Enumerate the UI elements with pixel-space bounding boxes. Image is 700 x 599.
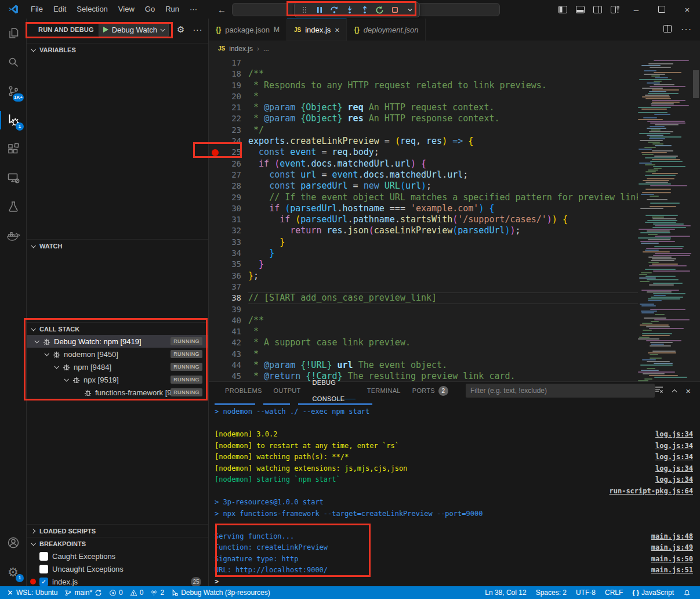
breakpoint-slot[interactable]	[209, 349, 222, 360]
activity-item-settings[interactable]: ⚙1	[0, 557, 26, 586]
gutter[interactable]: 41	[209, 326, 248, 337]
breakpoint-slot[interactable]	[209, 102, 222, 113]
status-branch-item[interactable]: main*	[61, 586, 106, 599]
code-text[interactable]: const url = event.docs.matchedUrl.url;	[248, 169, 638, 181]
breakpoint-slot[interactable]	[209, 315, 222, 326]
gutter[interactable]: 32	[209, 225, 248, 236]
breakpoint-slot[interactable]	[209, 169, 222, 181]
status-text-item[interactable]: UTF-8	[571, 589, 600, 597]
code-text[interactable]: * Responds to any HTTP request related t…	[248, 80, 638, 91]
gutter[interactable]: 30	[209, 203, 248, 214]
breakpoint-slot[interactable]	[209, 158, 222, 169]
gutter[interactable]: 19	[209, 80, 248, 91]
gutter[interactable]: 31	[209, 214, 248, 225]
menu-item-run[interactable]: Run	[160, 0, 184, 19]
toggle-sidebar-icon[interactable]	[554, 1, 571, 18]
section-breakpoints[interactable]: BREAKPOINTS	[27, 537, 208, 550]
code-text[interactable]: };	[248, 270, 638, 282]
gutter[interactable]: 38	[209, 293, 248, 304]
menu-item-edit[interactable]: Edit	[48, 0, 71, 19]
breakpoint-slot[interactable]	[209, 181, 222, 192]
checkbox[interactable]: ✓	[39, 578, 48, 586]
activity-item-search[interactable]	[0, 48, 26, 77]
source-link[interactable]: main.js:49	[651, 542, 693, 554]
code-text[interactable]: if (event.docs.matchedUrl.url) {	[248, 158, 638, 169]
minimize-button[interactable]: –	[623, 1, 649, 18]
breakpoint-slot[interactable]	[209, 192, 222, 203]
gutter[interactable]: 22	[209, 113, 248, 124]
status-remote-item[interactable]: WSL: Ubuntu	[2, 586, 61, 599]
scrollbar-thumb[interactable]	[693, 70, 699, 98]
gutter[interactable]: 39	[209, 304, 248, 315]
debug-console[interactable]: > nodemon --watch ./ --exec npm start[no…	[209, 399, 700, 586]
breakpoint-slot[interactable]	[209, 225, 222, 236]
tab-deployment.json[interactable]: {}deployment.json	[347, 19, 426, 41]
breakpoint-slot[interactable]	[209, 57, 222, 68]
section-loaded-scripts[interactable]: LOADED SCRIPTS	[27, 524, 208, 537]
status-braces-item[interactable]: { }JavaScript	[628, 589, 679, 597]
breakpoint-slot[interactable]	[209, 203, 222, 214]
gutter[interactable]: 18	[209, 68, 248, 80]
code-text[interactable]: }	[248, 237, 638, 248]
breakpoint-slot[interactable]	[209, 214, 222, 225]
breakpoint-slot[interactable]	[209, 80, 222, 91]
panel-tab-ports[interactable]: PORTS2	[412, 382, 448, 399]
gutter[interactable]: 25	[209, 147, 248, 158]
call-stack-row[interactable]: npx [9519]RUNNING	[27, 373, 208, 386]
tab-index.js[interactable]: JSindex.js×	[287, 19, 347, 41]
call-stack-row[interactable]: Debug Watch: npm [9419]RUNNING	[27, 335, 208, 348]
activity-item-accounts[interactable]	[0, 528, 26, 557]
source-link[interactable]: run-script-pkg.js:64	[610, 486, 694, 497]
status-bell-item[interactable]	[679, 589, 695, 597]
chevron-down-icon[interactable]	[403, 3, 416, 16]
gutter[interactable]: 35	[209, 259, 248, 270]
maximize-panel-icon[interactable]	[673, 385, 676, 396]
restart-icon[interactable]	[373, 3, 386, 16]
section-call-stack[interactable]: CALL STACK	[27, 322, 208, 335]
gutter[interactable]: 40	[209, 315, 248, 326]
source-link[interactable]: log.js:34	[655, 463, 693, 475]
breakpoint-slot[interactable]	[209, 282, 222, 293]
maximize-button[interactable]	[649, 1, 674, 18]
breakpoint-slot[interactable]	[209, 371, 222, 381]
step-into-icon[interactable]	[343, 3, 356, 16]
gutter[interactable]: 24	[209, 136, 248, 147]
section-watch[interactable]: WATCH	[27, 239, 208, 252]
checkbox[interactable]	[39, 565, 48, 573]
code-text[interactable]: * @param {Object} req An HTTP request co…	[248, 102, 638, 113]
activity-item-explorer[interactable]	[0, 19, 26, 48]
gutter[interactable]: 29	[209, 192, 248, 203]
status-text-item[interactable]: Ln 38, Col 12	[480, 589, 531, 597]
activity-item-extensions[interactable]	[0, 135, 26, 164]
close-panel-icon[interactable]: ×	[686, 386, 691, 396]
breadcrumb-file[interactable]: index.js	[229, 45, 253, 53]
code-text[interactable]	[248, 304, 638, 315]
breakpoint-slot[interactable]	[209, 147, 222, 158]
breakpoint-slot[interactable]	[209, 326, 222, 337]
breakpoint-slot[interactable]	[209, 304, 222, 315]
gutter[interactable]: 27	[209, 169, 248, 181]
breakpoint-slot[interactable]	[209, 237, 222, 248]
gutter[interactable]: 20	[209, 91, 248, 102]
nav-back-icon[interactable]: ←	[217, 5, 226, 15]
code-text[interactable]: const event = req.body;	[248, 147, 638, 158]
code-text[interactable]: /**	[248, 68, 638, 80]
code-text[interactable]: */	[248, 125, 638, 136]
breakpoint-slot[interactable]	[209, 136, 222, 147]
panel-tab-terminal[interactable]: TERMINAL	[367, 382, 401, 399]
call-stack-row[interactable]: nodemon [9450]RUNNING	[27, 348, 208, 360]
code-editor[interactable]: 1718/**19 * Responds to any HTTP request…	[209, 56, 700, 381]
toggle-secondary-sidebar-icon[interactable]	[589, 1, 606, 18]
status-ports-item[interactable]: 2	[147, 586, 168, 599]
call-stack-row[interactable]: functions-framework [954...RUNNING	[27, 386, 208, 399]
tab-package.json[interactable]: {}package.jsonM	[209, 19, 287, 41]
activity-item-run-and-debug[interactable]: 1	[0, 106, 26, 135]
gutter[interactable]: 23	[209, 125, 248, 136]
code-text[interactable]: *	[248, 349, 638, 360]
menu-item-view[interactable]: View	[113, 0, 140, 19]
gutter[interactable]: 28	[209, 181, 248, 192]
editor-scrollbar[interactable]	[692, 56, 700, 381]
code-text[interactable]	[248, 282, 638, 293]
activity-item-testing[interactable]	[0, 193, 26, 222]
gutter[interactable]: 21	[209, 102, 248, 113]
